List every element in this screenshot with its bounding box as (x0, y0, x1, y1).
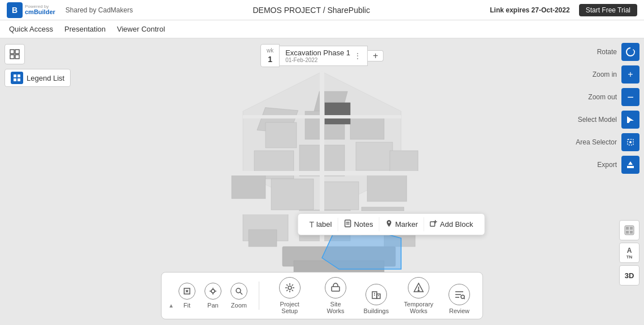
navigation-bar: Quick Access Presentation Viewer Control (0, 20, 644, 38)
site-works-icon (325, 277, 346, 298)
fit-label: Fit (184, 302, 190, 309)
label-tool-button[interactable]: T label (303, 218, 338, 231)
project-setup-icon (279, 277, 301, 298)
svg-point-69 (418, 290, 419, 291)
legend-icon (11, 72, 23, 84)
add-block-tool-text: Add Block (440, 220, 473, 229)
nav-presentation[interactable]: Presentation (60, 23, 110, 36)
svg-rect-14 (367, 173, 407, 201)
zoom-in-label: Zoom in (593, 71, 617, 78)
zoom-icon (230, 283, 247, 300)
annotation-popup-toolbar: T label Notes Marker (297, 213, 485, 235)
zoom-out-button[interactable]: − (621, 88, 639, 106)
svg-point-53 (211, 289, 215, 293)
app-header: B Powered by cmBuilder Shared by CadMake… (0, 0, 644, 20)
review-button[interactable]: Review (443, 283, 476, 315)
review-icon (449, 284, 470, 305)
add-block-tool-icon (430, 219, 438, 229)
add-block-tool-button[interactable]: Add Block (424, 217, 479, 231)
logo-brand-label: cmBuilder (25, 9, 55, 15)
select-model-control: Select Model (558, 111, 639, 129)
label-tool-icon: T (309, 220, 314, 229)
svg-rect-33 (18, 78, 20, 81)
view-3d-button[interactable]: 3D (619, 265, 639, 286)
svg-rect-37 (627, 166, 634, 168)
phase-info: Excavation Phase 1 01-Feb-2022 (285, 49, 350, 63)
add-phase-button[interactable]: + (368, 50, 384, 62)
marker-tool-button[interactable]: Marker (379, 217, 424, 231)
marker-tool-text: Marker (395, 220, 417, 229)
pan-icon (204, 283, 221, 300)
svg-rect-9 (356, 142, 393, 170)
zoom-out-control: Zoom out − (558, 88, 639, 106)
zoom-in-button[interactable]: + (621, 65, 639, 84)
project-title: DEMOS PROJECT / SharePublic (253, 6, 369, 15)
svg-rect-5 (350, 117, 384, 139)
site-works-button[interactable]: Site Works (316, 276, 356, 315)
svg-marker-34 (627, 116, 634, 123)
svg-rect-30 (14, 74, 16, 77)
cmbuilder-logo-icon: B (7, 2, 23, 18)
zoom-in-control: Zoom in + (558, 65, 639, 84)
city-map-svg (130, 60, 514, 303)
buildings-icon (365, 284, 387, 305)
phase-date: 01-Feb-2022 (285, 57, 350, 63)
buildings-button[interactable]: Buildings (358, 283, 395, 315)
week-label: wk (267, 47, 273, 54)
svg-rect-32 (14, 78, 16, 81)
header-right: Link expires 27-Oct-2022 Start Free Tria… (490, 4, 637, 16)
legend-list-label: Legend List (27, 74, 64, 82)
svg-rect-4 (266, 122, 297, 148)
project-setup-label: Project Setup (272, 301, 308, 314)
bottom-right-icons: A TN 3D (619, 220, 639, 286)
notes-tool-button[interactable]: Notes (338, 217, 379, 231)
map-thumbnail-button[interactable] (619, 220, 639, 240)
svg-rect-26 (10, 50, 14, 54)
logo-text: Powered by cmBuilder (25, 5, 55, 15)
select-model-button[interactable] (621, 111, 639, 129)
svg-rect-61 (332, 287, 340, 291)
header-left: B Powered by cmBuilder Shared by CadMake… (7, 2, 133, 18)
export-button[interactable] (621, 156, 639, 174)
svg-rect-43 (630, 231, 633, 234)
svg-point-60 (288, 286, 291, 289)
svg-line-59 (240, 292, 242, 295)
svg-point-58 (236, 288, 241, 293)
rotate-button[interactable] (621, 43, 639, 61)
area-selector-button[interactable] (621, 133, 639, 151)
bottom-toolbar: ▲ Fit (161, 272, 483, 319)
fit-icon (179, 283, 195, 300)
nav-viewer-control[interactable]: Viewer Control (112, 23, 169, 36)
site-works-label: Site Works (321, 301, 350, 314)
select-model-label: Select Model (578, 116, 617, 124)
left-panel: Legend List (0, 38, 75, 93)
nav-quick-access[interactable]: Quick Access (5, 23, 58, 36)
link-expires-label: Link expires 27-Oct-2022 (490, 6, 569, 14)
svg-rect-47 (430, 222, 435, 226)
temporary-works-button[interactable]: Temporary Works (397, 276, 441, 315)
pan-button[interactable]: Pan (200, 282, 226, 310)
temporary-works-label: Temporary Works (402, 301, 435, 314)
text-tn-button[interactable]: A TN (619, 243, 639, 263)
svg-rect-24 (249, 230, 277, 247)
phase-indicator: Excavation Phase 1 01-Feb-2022 ⋮ (280, 46, 368, 66)
start-trial-button[interactable]: Start Free Trial (579, 4, 637, 16)
svg-rect-29 (15, 55, 19, 59)
export-control: Export (558, 156, 639, 174)
panel-toggle-button[interactable] (5, 44, 25, 64)
week-indicator: wk 1 (260, 44, 280, 67)
project-setup-button[interactable]: Project Setup (266, 276, 314, 315)
zoom-label: Zoom (231, 302, 247, 309)
svg-rect-40 (626, 227, 629, 230)
right-controls: Rotate Zoom in + Zoom out − Select Model (554, 38, 644, 183)
svg-point-70 (461, 295, 464, 298)
legend-list-button[interactable]: Legend List (5, 69, 71, 87)
marker-tool-icon (385, 219, 393, 229)
label-tool-text: label (316, 220, 332, 229)
svg-marker-38 (628, 161, 633, 165)
review-label: Review (449, 308, 469, 314)
zoom-chevron-icon: ▲ (168, 302, 174, 309)
zoom-button[interactable]: Zoom (226, 282, 252, 310)
phase-menu-icon[interactable]: ⋮ (354, 51, 362, 60)
fit-button[interactable]: Fit (174, 282, 200, 310)
